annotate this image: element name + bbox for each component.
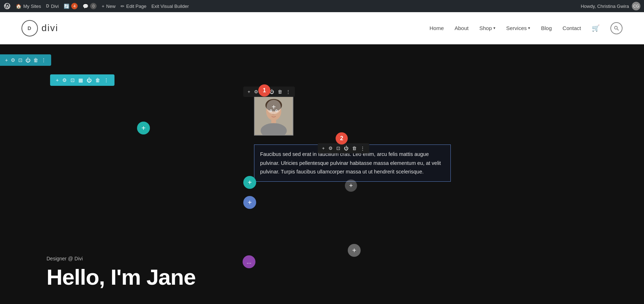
- add-module-button-2[interactable]: +: [243, 176, 256, 189]
- exit-builder-label: Exit Visual Builder: [151, 4, 189, 9]
- svg-rect-8: [271, 118, 276, 123]
- more-dots-icon: ...: [247, 259, 251, 265]
- new-button[interactable]: + New: [102, 4, 116, 9]
- section-add-icon[interactable]: +: [5, 57, 8, 63]
- designer-label: Designer @ Divi: [47, 256, 196, 261]
- new-label: New: [106, 4, 116, 9]
- plus-icon-in-image: +: [272, 103, 276, 111]
- comments-count: 0: [90, 3, 97, 9]
- comments-icon: 💬: [83, 4, 88, 9]
- txt-settings-icon[interactable]: ⚙: [328, 146, 333, 151]
- img-more-icon[interactable]: ⋮: [286, 89, 291, 94]
- nav-blog[interactable]: Blog: [541, 25, 552, 31]
- updates-icon: 🔄: [64, 4, 69, 9]
- img-settings-icon[interactable]: ⚙: [254, 89, 258, 94]
- svg-line-2: [617, 29, 619, 30]
- nav-contact-label: Contact: [562, 25, 581, 31]
- nav-blog-label: Blog: [541, 25, 552, 31]
- img-add-icon[interactable]: +: [248, 89, 250, 94]
- nav-shop-label: Shop: [479, 25, 492, 31]
- row-settings-icon[interactable]: ⚙: [62, 77, 67, 83]
- wp-logo-button[interactable]: [4, 3, 11, 10]
- txt-layout-icon[interactable]: ⊡: [336, 146, 340, 151]
- logo-name: divi: [42, 23, 58, 34]
- edit-icon: ✏: [121, 4, 125, 9]
- search-icon[interactable]: [610, 22, 623, 34]
- shop-chevron-icon: ▾: [493, 26, 496, 30]
- plus-icon-1: +: [141, 124, 146, 132]
- site-nav: Home About Shop ▾ Services ▾ Blog Contac…: [429, 22, 623, 34]
- row-toolbar: + ⚙ ⊡ ▦ ⏻ 🗑 ⋮: [50, 74, 114, 86]
- admin-bar-right: Howdy, Christina Gwira CG: [581, 2, 640, 10]
- nav-about-label: About: [454, 25, 468, 31]
- nav-about[interactable]: About: [454, 25, 468, 31]
- bottom-text-section: Designer @ Divi Hello, I'm Jane: [47, 256, 196, 290]
- site-logo[interactable]: D divi: [21, 20, 58, 36]
- section-delete-icon[interactable]: 🗑: [33, 57, 38, 63]
- exit-builder-button[interactable]: Exit Visual Builder: [151, 4, 189, 9]
- text-module-content: Faucibus sed sed erat in faucillum cras.…: [260, 150, 445, 176]
- module-toolbar-2: + ⚙ ⊡ ⏻ 🗑 ⋮: [318, 143, 369, 153]
- section-layout-icon[interactable]: ⊡: [18, 57, 23, 63]
- add-module-button-3[interactable]: +: [243, 196, 256, 209]
- badge-2: 2: [336, 132, 348, 144]
- text-module-toolbar: + ⚙ ⊡ ⏻ 🗑 ⋮: [318, 143, 369, 153]
- row-add-icon[interactable]: +: [56, 77, 59, 83]
- txt-delete-icon[interactable]: 🗑: [352, 146, 357, 151]
- nav-contact[interactable]: Contact: [562, 25, 581, 31]
- svg-point-1: [615, 26, 618, 29]
- nav-services-label: Services: [506, 25, 527, 31]
- add-content-in-image-button[interactable]: +: [267, 100, 281, 114]
- plus-icon-in-text: +: [349, 182, 353, 190]
- services-chevron-icon: ▾: [528, 26, 530, 30]
- site-header: D divi Home About Shop ▾ Services ▾ Blog…: [0, 12, 644, 44]
- more-options-button[interactable]: ...: [243, 255, 255, 268]
- add-section-button[interactable]: +: [348, 244, 361, 257]
- section-settings-icon[interactable]: ⚙: [11, 57, 15, 63]
- badge-1: 1: [258, 84, 270, 97]
- add-module-button-1[interactable]: +: [137, 122, 150, 134]
- divi-button[interactable]: D Divi: [46, 4, 59, 9]
- row-layout-icon[interactable]: ⊡: [70, 77, 75, 83]
- comments-button[interactable]: 💬 0: [83, 3, 97, 9]
- row-more-icon[interactable]: ⋮: [104, 77, 109, 83]
- wp-icon: [4, 3, 11, 10]
- new-icon: +: [102, 4, 104, 9]
- section-more-icon[interactable]: ⋮: [41, 57, 46, 63]
- row-columns-icon[interactable]: ▦: [78, 77, 83, 83]
- my-sites-button[interactable]: 🏠 My Sites: [16, 4, 41, 9]
- row-delete-icon[interactable]: 🗑: [95, 77, 100, 83]
- howdy-label: Howdy, Christina Gwira: [581, 4, 629, 9]
- plus-icon-3: +: [248, 198, 252, 207]
- avatar: CG: [632, 2, 640, 10]
- updates-button[interactable]: 🔄 4: [64, 3, 78, 9]
- main-content: + ⚙ ⊡ ⏻ 🗑 ⋮ + ⚙ ⊡ ▦ ⏻ 🗑 ⋮ + 1 + ⚙ ⊡ ⏻ 🗑 …: [0, 44, 644, 304]
- img-delete-icon[interactable]: 🗑: [278, 89, 282, 94]
- sites-icon: 🏠: [16, 4, 21, 9]
- nav-home-label: Home: [429, 25, 444, 31]
- logo-circle-icon: D: [21, 20, 38, 36]
- txt-toggle-icon[interactable]: ⏻: [344, 146, 348, 151]
- edit-page-button[interactable]: ✏ Edit Page: [121, 4, 146, 9]
- row-toggle-icon[interactable]: ⏻: [87, 77, 92, 83]
- plus-icon-4: +: [352, 246, 356, 255]
- logo-letter: D: [28, 25, 32, 31]
- add-content-in-text-button[interactable]: +: [345, 180, 357, 192]
- my-sites-label: My Sites: [23, 4, 41, 9]
- nav-shop[interactable]: Shop ▾: [479, 25, 496, 31]
- txt-more-icon[interactable]: ⋮: [360, 146, 365, 151]
- nav-home[interactable]: Home: [429, 25, 444, 31]
- divi-label: Divi: [51, 4, 59, 9]
- nav-services[interactable]: Services ▾: [506, 25, 531, 31]
- section-toggle-icon[interactable]: ⏻: [25, 57, 30, 63]
- updates-count: 4: [71, 3, 78, 9]
- section-toolbar: + ⚙ ⊡ ⏻ 🗑 ⋮: [0, 54, 51, 66]
- admin-bar: 🏠 My Sites D Divi 🔄 4 💬 0 + New ✏ Edit P…: [0, 0, 644, 12]
- cart-icon[interactable]: 🛒: [592, 24, 600, 32]
- plus-icon-2: +: [248, 178, 252, 187]
- hello-heading: Hello, I'm Jane: [47, 264, 196, 290]
- divi-icon: D: [46, 4, 49, 9]
- edit-page-label: Edit Page: [126, 4, 146, 9]
- txt-add-icon[interactable]: +: [322, 146, 325, 151]
